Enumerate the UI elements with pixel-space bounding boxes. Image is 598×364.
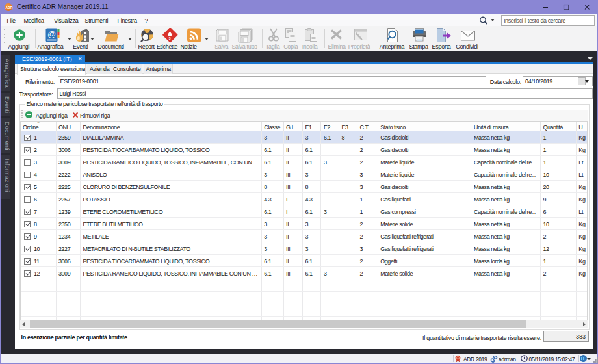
svg-text:@: @ <box>47 29 55 38</box>
svg-text:3: 3 <box>168 36 170 40</box>
